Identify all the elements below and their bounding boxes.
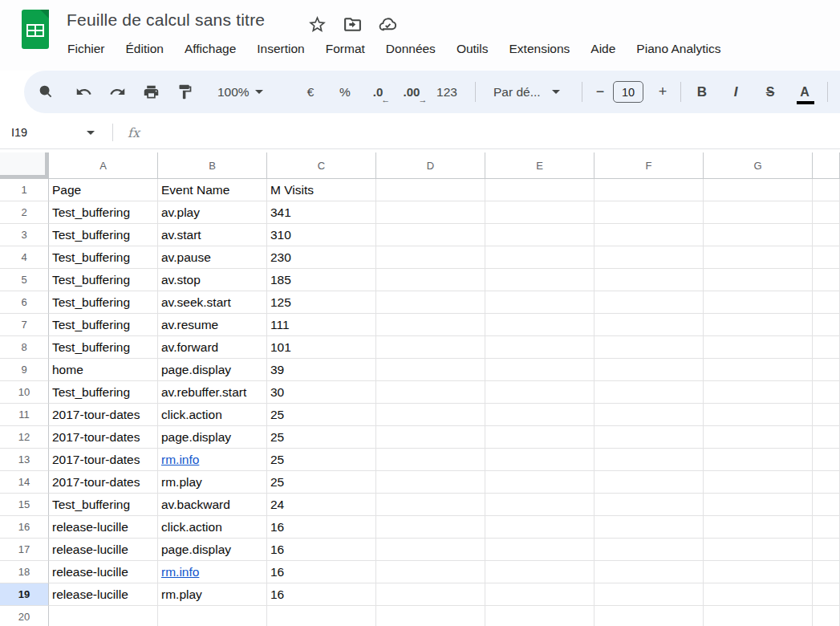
cell[interactable]	[594, 381, 704, 404]
zoom-selector[interactable]: 100%	[213, 76, 277, 108]
cell[interactable]	[594, 224, 704, 246]
cell[interactable]: rm.info	[158, 449, 267, 471]
decrease-font-size-button[interactable]: −	[588, 76, 612, 108]
cell[interactable]	[376, 404, 485, 426]
search-button[interactable]	[30, 76, 62, 108]
menu-outils[interactable]: Outils	[446, 39, 499, 59]
cell[interactable]: 2017-tour-dates	[49, 449, 158, 471]
cell[interactable]	[376, 269, 485, 291]
cell[interactable]: rm.play	[158, 471, 267, 494]
column-header-f[interactable]: F	[594, 152, 704, 179]
cell[interactable]: Test_buffering	[49, 381, 158, 404]
cell[interactable]	[813, 494, 840, 516]
cell[interactable]	[704, 246, 813, 269]
cell[interactable]	[485, 179, 594, 201]
cell[interactable]	[376, 201, 485, 224]
cell[interactable]	[158, 606, 267, 626]
undo-button[interactable]	[67, 76, 99, 108]
cell[interactable]	[704, 359, 813, 381]
cell[interactable]	[485, 606, 594, 626]
print-button[interactable]	[135, 76, 167, 108]
cell[interactable]	[594, 449, 704, 471]
row-header-2[interactable]: 2	[0, 201, 49, 224]
column-header-c[interactable]: C	[267, 152, 376, 179]
cell[interactable]	[376, 449, 485, 471]
cell[interactable]: 30	[267, 381, 376, 404]
menu-extensions[interactable]: Extensions	[499, 39, 581, 59]
cell[interactable]	[813, 561, 840, 583]
cell[interactable]: rm.info	[158, 561, 267, 583]
cell[interactable]	[813, 291, 840, 314]
cell[interactable]	[594, 269, 704, 291]
format-currency-button[interactable]: €	[296, 76, 325, 108]
cell[interactable]	[813, 516, 840, 539]
column-header-h-partial[interactable]	[813, 152, 840, 179]
cell[interactable]: 16	[267, 539, 376, 561]
increase-font-size-button[interactable]: +	[651, 76, 675, 108]
cell[interactable]	[704, 381, 813, 404]
row-header-3[interactable]: 3	[0, 224, 49, 246]
text-color-button[interactable]: A	[790, 76, 819, 108]
cell[interactable]	[813, 426, 840, 449]
cell[interactable]	[594, 494, 704, 516]
cell[interactable]	[594, 561, 704, 583]
cell[interactable]: 16	[267, 583, 376, 606]
cell[interactable]	[594, 179, 704, 201]
cell[interactable]	[813, 179, 840, 201]
cell[interactable]	[704, 449, 813, 471]
cell[interactable]: home	[49, 359, 158, 381]
menu-fichier[interactable]: Fichier	[67, 39, 116, 59]
bold-button[interactable]: B	[688, 76, 716, 108]
star-icon[interactable]	[307, 14, 327, 35]
cell[interactable]: release-lucille	[49, 516, 158, 539]
cell[interactable]	[704, 404, 813, 426]
cell[interactable]: av.play	[158, 201, 267, 224]
cell[interactable]	[485, 494, 594, 516]
cell[interactable]: 16	[267, 561, 376, 583]
cell[interactable]	[485, 583, 594, 606]
cell[interactable]	[813, 201, 840, 224]
cell[interactable]	[376, 224, 485, 246]
increase-decimals-button[interactable]: .00→	[396, 76, 428, 108]
cell[interactable]	[376, 314, 485, 336]
cell[interactable]: 25	[267, 471, 376, 494]
cell[interactable]: 341	[267, 201, 376, 224]
cell[interactable]: Test_buffering	[49, 494, 158, 516]
cell[interactable]	[704, 561, 813, 583]
cell[interactable]: 125	[267, 291, 376, 314]
cell[interactable]: Page	[49, 179, 158, 201]
cell[interactable]: release-lucille	[49, 561, 158, 583]
row-header-7[interactable]: 7	[0, 314, 49, 336]
cell[interactable]	[594, 404, 704, 426]
row-header-8[interactable]: 8	[0, 336, 49, 359]
cell[interactable]	[485, 426, 594, 449]
row-header-20[interactable]: 20	[0, 606, 49, 626]
cell[interactable]: 2017-tour-dates	[49, 404, 158, 426]
row-header-12[interactable]: 12	[0, 426, 49, 449]
cell[interactable]: av.seek.start	[158, 291, 267, 314]
column-header-b[interactable]: B	[158, 152, 267, 179]
cell[interactable]: page.display	[158, 426, 267, 449]
cell[interactable]	[485, 269, 594, 291]
row-header-11[interactable]: 11	[0, 404, 49, 426]
cell[interactable]	[376, 291, 485, 314]
cell[interactable]: release-lucille	[49, 583, 158, 606]
cell[interactable]: av.forward	[158, 336, 267, 359]
cell[interactable]: av.pause	[158, 246, 267, 269]
cell[interactable]: av.resume	[158, 314, 267, 336]
cell[interactable]: 185	[267, 269, 376, 291]
row-header-17[interactable]: 17	[0, 539, 49, 561]
cell[interactable]: av.stop	[158, 269, 267, 291]
document-title[interactable]: Feuille de calcul sans titre	[67, 10, 265, 30]
cell[interactable]	[813, 404, 840, 426]
column-header-g[interactable]: G	[704, 152, 813, 179]
cell[interactable]	[813, 224, 840, 246]
cell[interactable]: 101	[267, 336, 376, 359]
font-selector[interactable]: Par dé...	[484, 76, 570, 108]
cell[interactable]	[485, 336, 594, 359]
cell[interactable]	[813, 314, 840, 336]
cell[interactable]	[704, 516, 813, 539]
cell[interactable]	[704, 314, 813, 336]
cell[interactable]	[704, 201, 813, 224]
cell[interactable]	[485, 201, 594, 224]
